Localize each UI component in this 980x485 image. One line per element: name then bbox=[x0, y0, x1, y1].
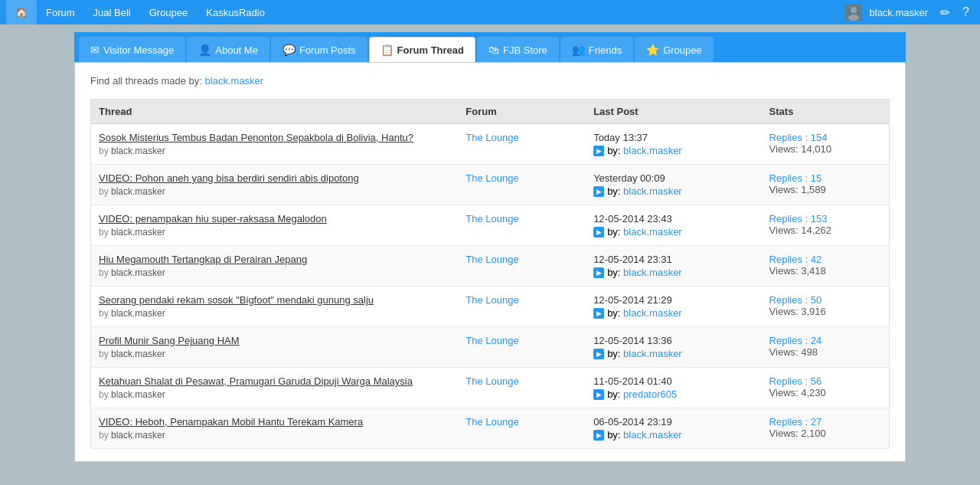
forum-name-link[interactable]: The Lounge bbox=[466, 375, 518, 387]
replies-link[interactable]: Replies : 24 bbox=[769, 335, 822, 346]
forum-cell: The Lounge bbox=[458, 205, 586, 246]
last-post-by: ▶ by: black.masker bbox=[593, 267, 753, 278]
thread-cell: Seorang pendaki rekam sosok "Bigfoot" me… bbox=[91, 287, 459, 327]
last-post-author-link[interactable]: black.masker bbox=[623, 348, 682, 359]
thread-title-link[interactable]: VIDEO: penampakan hiu super-raksasa Mega… bbox=[99, 213, 450, 224]
last-post-arrow-icon: ▶ bbox=[593, 186, 604, 197]
table-row: Seorang pendaki rekam sosok "Bigfoot" me… bbox=[91, 287, 890, 327]
last-post-author-link[interactable]: black.masker bbox=[623, 185, 682, 197]
col-header-stats: Stats bbox=[762, 100, 890, 124]
tab-about-me[interactable]: 👤 About Me bbox=[187, 37, 270, 62]
forum-name-link[interactable]: The Lounge bbox=[466, 132, 518, 143]
last-post-author-link[interactable]: black.masker bbox=[623, 307, 682, 319]
last-post-by: ▶ by: black.masker bbox=[593, 307, 753, 319]
forum-name-link[interactable]: The Lounge bbox=[466, 335, 518, 346]
thread-title-link[interactable]: Ketahuan Shalat di Pesawat, Pramugari Ga… bbox=[99, 375, 450, 387]
lastpost-cell: Yesterday 00:09 ▶ by: black.masker bbox=[586, 165, 761, 205]
thread-author-link[interactable]: black.masker bbox=[111, 267, 165, 278]
lastpost-cell: 06-05-2014 23:19 ▶ by: black.masker bbox=[586, 408, 761, 449]
thread-title-link[interactable]: Hiu Megamouth Tertangkap di Perairan Jep… bbox=[99, 254, 450, 265]
home-nav-item[interactable]: 🏠 bbox=[6, 0, 37, 25]
thread-by: by black.masker bbox=[99, 308, 165, 319]
tab-bar: ✉ Visitor Message 👤 About Me 💬 Forum Pos… bbox=[74, 32, 906, 62]
thread-title-link[interactable]: VIDEO: Heboh, Penampakan Mobil Hantu Ter… bbox=[99, 416, 450, 428]
last-post-author-link[interactable]: predator605 bbox=[623, 388, 677, 400]
last-post-time: 11-05-2014 01:40 bbox=[593, 375, 672, 387]
tab-friends[interactable]: 👥 Friends bbox=[560, 37, 633, 62]
last-post-by: ▶ by: black.masker bbox=[593, 145, 753, 156]
friends-icon: 👥 bbox=[572, 44, 585, 56]
find-all-username-link[interactable]: black.masker bbox=[205, 75, 264, 87]
about-me-icon: 👤 bbox=[198, 44, 211, 56]
tab-forum-posts[interactable]: 💬 Forum Posts bbox=[271, 37, 368, 62]
last-post-time: 12-05-2014 13:36 bbox=[593, 335, 672, 346]
forum-nav-item[interactable]: Forum bbox=[37, 0, 84, 25]
thread-author-link[interactable]: black.masker bbox=[111, 308, 165, 319]
stats-cell: Replies : 27 Views: 2,100 bbox=[762, 408, 890, 449]
top-nav: 🏠 Forum Jual Beli Groupee KaskusRadio bl… bbox=[0, 0, 980, 25]
table-row: Sosok Misterius Tembus Badan Penonton Se… bbox=[91, 124, 890, 165]
thread-table: Thread Forum Last Post Stats Sosok Miste… bbox=[90, 99, 890, 449]
tab-visitor-message[interactable]: ✉ Visitor Message bbox=[79, 37, 185, 62]
forum-name-link[interactable]: The Lounge bbox=[466, 294, 518, 306]
thread-author-link[interactable]: black.masker bbox=[111, 146, 165, 156]
views-text: Views: 4,230 bbox=[769, 387, 881, 398]
replies-link[interactable]: Replies : 15 bbox=[769, 172, 822, 184]
thread-author-link[interactable]: black.masker bbox=[111, 186, 165, 197]
last-post-author-link[interactable]: black.masker bbox=[623, 145, 682, 156]
tab-forum-thread[interactable]: 📋 Forum Thread bbox=[369, 37, 475, 62]
lastpost-cell: Today 13:37 ▶ by: black.masker bbox=[586, 124, 761, 165]
last-post-time: Yesterday 00:09 bbox=[593, 172, 665, 184]
jualbeli-nav-item[interactable]: Jual Beli bbox=[84, 0, 140, 25]
forum-cell: The Lounge bbox=[458, 327, 586, 368]
replies-link[interactable]: Replies : 50 bbox=[769, 294, 822, 306]
stats-cell: Replies : 154 Views: 14,010 bbox=[762, 124, 890, 165]
replies-link[interactable]: Replies : 153 bbox=[769, 213, 828, 224]
last-post-by-label: by: predator605 bbox=[607, 388, 677, 400]
thread-author-link[interactable]: black.masker bbox=[111, 430, 165, 441]
help-icon[interactable]: ? bbox=[958, 5, 974, 19]
thread-cell: VIDEO: Heboh, Penampakan Mobil Hantu Ter… bbox=[91, 408, 459, 449]
tab-fjb-store[interactable]: 🛍 FJB Store bbox=[477, 37, 559, 62]
forum-name-link[interactable]: The Lounge bbox=[466, 213, 518, 224]
thread-author-link[interactable]: black.masker bbox=[111, 349, 165, 359]
stats-cell: Replies : 50 Views: 3,916 bbox=[762, 287, 890, 327]
svg-point-1 bbox=[851, 7, 857, 13]
table-row: VIDEO: penampakan hiu super-raksasa Mega… bbox=[91, 205, 890, 246]
thread-title-link[interactable]: Seorang pendaki rekam sosok "Bigfoot" me… bbox=[99, 294, 450, 306]
content-area: Find all threads made by: black.masker T… bbox=[74, 62, 906, 462]
thread-title-link[interactable]: Profil Munir Sang Pejuang HAM bbox=[99, 335, 450, 346]
col-header-forum: Forum bbox=[458, 100, 586, 124]
last-post-author-link[interactable]: black.masker bbox=[623, 429, 682, 441]
top-nav-right: black.masker ✏ ? bbox=[845, 4, 974, 21]
col-header-thread: Thread bbox=[91, 100, 459, 124]
edit-icon[interactable]: ✏ bbox=[936, 5, 955, 20]
stats-cell: Replies : 56 Views: 4,230 bbox=[762, 368, 890, 408]
forum-name-link[interactable]: The Lounge bbox=[466, 254, 518, 265]
groupee-nav-item[interactable]: Groupee bbox=[140, 0, 198, 25]
kaskusradio-nav-item[interactable]: KaskusRadio bbox=[197, 0, 274, 25]
thread-by: by black.masker bbox=[99, 227, 165, 238]
last-post-by: ▶ by: black.masker bbox=[593, 185, 753, 197]
thread-author-link[interactable]: black.masker bbox=[111, 227, 165, 238]
thread-by: by black.masker bbox=[99, 146, 165, 156]
thread-title-link[interactable]: VIDEO: Pohon aneh yang bisa berdiri send… bbox=[99, 172, 450, 184]
username-label[interactable]: black.masker bbox=[865, 7, 933, 18]
thread-title-link[interactable]: Sosok Misterius Tembus Badan Penonton Se… bbox=[99, 132, 450, 143]
forum-name-link[interactable]: The Lounge bbox=[466, 416, 518, 428]
replies-link[interactable]: Replies : 27 bbox=[769, 416, 822, 428]
replies-link[interactable]: Replies : 56 bbox=[769, 375, 822, 387]
last-post-author-link[interactable]: black.masker bbox=[623, 226, 682, 238]
fjb-store-icon: 🛍 bbox=[488, 44, 499, 56]
thread-author-link[interactable]: black.masker bbox=[111, 389, 165, 400]
forum-cell: The Lounge bbox=[458, 165, 586, 205]
tab-groupee[interactable]: ⭐ Groupee bbox=[635, 37, 714, 62]
replies-link[interactable]: Replies : 154 bbox=[769, 132, 828, 143]
replies-link[interactable]: Replies : 42 bbox=[769, 254, 822, 265]
last-post-by: ▶ by: black.masker bbox=[593, 226, 753, 238]
last-post-by-label: by: black.masker bbox=[607, 429, 682, 441]
groupee-tab-icon: ⭐ bbox=[646, 44, 659, 56]
forum-name-link[interactable]: The Lounge bbox=[466, 172, 518, 184]
find-all-text: Find all threads made by: black.masker bbox=[90, 75, 890, 87]
last-post-author-link[interactable]: black.masker bbox=[623, 267, 682, 278]
